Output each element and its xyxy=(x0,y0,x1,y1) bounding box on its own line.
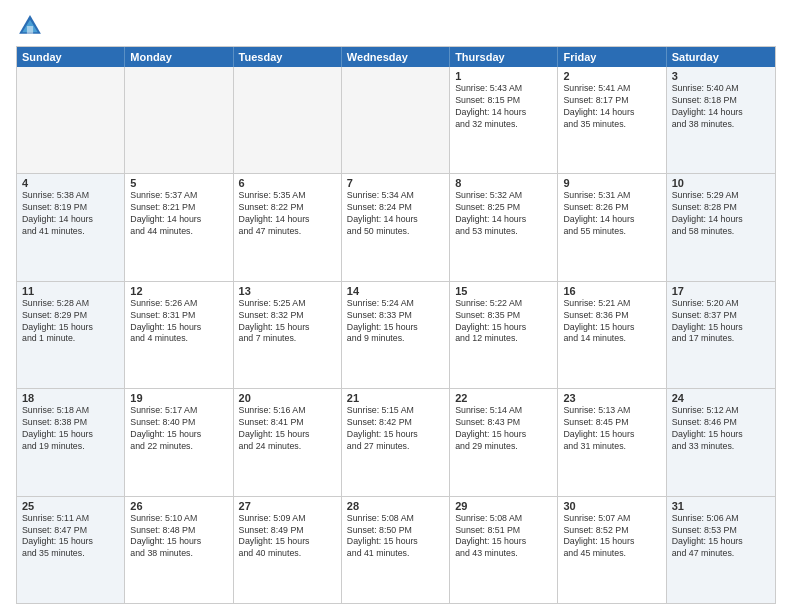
day-number: 4 xyxy=(22,177,119,189)
day-number: 12 xyxy=(130,285,227,297)
cell-text: Sunrise: 5:14 AM Sunset: 8:43 PM Dayligh… xyxy=(455,405,552,453)
cell-text: Sunrise: 5:29 AM Sunset: 8:28 PM Dayligh… xyxy=(672,190,770,238)
calendar-cell-0-4: 1Sunrise: 5:43 AM Sunset: 8:15 PM Daylig… xyxy=(450,67,558,173)
calendar-cell-2-2: 13Sunrise: 5:25 AM Sunset: 8:32 PM Dayli… xyxy=(234,282,342,388)
day-number: 18 xyxy=(22,392,119,404)
header-day-monday: Monday xyxy=(125,47,233,67)
day-number: 1 xyxy=(455,70,552,82)
cell-text: Sunrise: 5:15 AM Sunset: 8:42 PM Dayligh… xyxy=(347,405,444,453)
day-number: 13 xyxy=(239,285,336,297)
cell-text: Sunrise: 5:22 AM Sunset: 8:35 PM Dayligh… xyxy=(455,298,552,346)
day-number: 22 xyxy=(455,392,552,404)
calendar-cell-0-2 xyxy=(234,67,342,173)
header-day-saturday: Saturday xyxy=(667,47,775,67)
calendar-cell-1-3: 7Sunrise: 5:34 AM Sunset: 8:24 PM Daylig… xyxy=(342,174,450,280)
header-day-thursday: Thursday xyxy=(450,47,558,67)
cell-text: Sunrise: 5:13 AM Sunset: 8:45 PM Dayligh… xyxy=(563,405,660,453)
cell-text: Sunrise: 5:08 AM Sunset: 8:50 PM Dayligh… xyxy=(347,513,444,561)
day-number: 6 xyxy=(239,177,336,189)
calendar-header: SundayMondayTuesdayWednesdayThursdayFrid… xyxy=(17,47,775,67)
calendar-cell-2-5: 16Sunrise: 5:21 AM Sunset: 8:36 PM Dayli… xyxy=(558,282,666,388)
header-day-tuesday: Tuesday xyxy=(234,47,342,67)
calendar-cell-0-0 xyxy=(17,67,125,173)
calendar-cell-2-1: 12Sunrise: 5:26 AM Sunset: 8:31 PM Dayli… xyxy=(125,282,233,388)
day-number: 16 xyxy=(563,285,660,297)
cell-text: Sunrise: 5:09 AM Sunset: 8:49 PM Dayligh… xyxy=(239,513,336,561)
calendar-cell-3-5: 23Sunrise: 5:13 AM Sunset: 8:45 PM Dayli… xyxy=(558,389,666,495)
day-number: 5 xyxy=(130,177,227,189)
cell-text: Sunrise: 5:38 AM Sunset: 8:19 PM Dayligh… xyxy=(22,190,119,238)
calendar-cell-2-0: 11Sunrise: 5:28 AM Sunset: 8:29 PM Dayli… xyxy=(17,282,125,388)
calendar-cell-0-1 xyxy=(125,67,233,173)
cell-text: Sunrise: 5:06 AM Sunset: 8:53 PM Dayligh… xyxy=(672,513,770,561)
header-day-sunday: Sunday xyxy=(17,47,125,67)
calendar-row-1: 4Sunrise: 5:38 AM Sunset: 8:19 PM Daylig… xyxy=(17,173,775,280)
day-number: 20 xyxy=(239,392,336,404)
cell-text: Sunrise: 5:21 AM Sunset: 8:36 PM Dayligh… xyxy=(563,298,660,346)
cell-text: Sunrise: 5:40 AM Sunset: 8:18 PM Dayligh… xyxy=(672,83,770,131)
cell-text: Sunrise: 5:18 AM Sunset: 8:38 PM Dayligh… xyxy=(22,405,119,453)
calendar-cell-3-0: 18Sunrise: 5:18 AM Sunset: 8:38 PM Dayli… xyxy=(17,389,125,495)
calendar-cell-2-6: 17Sunrise: 5:20 AM Sunset: 8:37 PM Dayli… xyxy=(667,282,775,388)
cell-text: Sunrise: 5:12 AM Sunset: 8:46 PM Dayligh… xyxy=(672,405,770,453)
calendar-cell-0-3 xyxy=(342,67,450,173)
cell-text: Sunrise: 5:11 AM Sunset: 8:47 PM Dayligh… xyxy=(22,513,119,561)
calendar-cell-1-1: 5Sunrise: 5:37 AM Sunset: 8:21 PM Daylig… xyxy=(125,174,233,280)
day-number: 27 xyxy=(239,500,336,512)
day-number: 2 xyxy=(563,70,660,82)
cell-text: Sunrise: 5:34 AM Sunset: 8:24 PM Dayligh… xyxy=(347,190,444,238)
header-day-friday: Friday xyxy=(558,47,666,67)
day-number: 31 xyxy=(672,500,770,512)
calendar-row-4: 25Sunrise: 5:11 AM Sunset: 8:47 PM Dayli… xyxy=(17,496,775,603)
day-number: 10 xyxy=(672,177,770,189)
calendar-cell-4-5: 30Sunrise: 5:07 AM Sunset: 8:52 PM Dayli… xyxy=(558,497,666,603)
day-number: 21 xyxy=(347,392,444,404)
calendar-cell-1-0: 4Sunrise: 5:38 AM Sunset: 8:19 PM Daylig… xyxy=(17,174,125,280)
calendar-cell-1-4: 8Sunrise: 5:32 AM Sunset: 8:25 PM Daylig… xyxy=(450,174,558,280)
day-number: 25 xyxy=(22,500,119,512)
calendar-cell-3-1: 19Sunrise: 5:17 AM Sunset: 8:40 PM Dayli… xyxy=(125,389,233,495)
calendar-cell-2-3: 14Sunrise: 5:24 AM Sunset: 8:33 PM Dayli… xyxy=(342,282,450,388)
page: SundayMondayTuesdayWednesdayThursdayFrid… xyxy=(0,0,792,612)
cell-text: Sunrise: 5:10 AM Sunset: 8:48 PM Dayligh… xyxy=(130,513,227,561)
day-number: 8 xyxy=(455,177,552,189)
day-number: 30 xyxy=(563,500,660,512)
cell-text: Sunrise: 5:37 AM Sunset: 8:21 PM Dayligh… xyxy=(130,190,227,238)
calendar-cell-4-4: 29Sunrise: 5:08 AM Sunset: 8:51 PM Dayli… xyxy=(450,497,558,603)
calendar-cell-0-6: 3Sunrise: 5:40 AM Sunset: 8:18 PM Daylig… xyxy=(667,67,775,173)
cell-text: Sunrise: 5:08 AM Sunset: 8:51 PM Dayligh… xyxy=(455,513,552,561)
calendar-cell-4-2: 27Sunrise: 5:09 AM Sunset: 8:49 PM Dayli… xyxy=(234,497,342,603)
calendar-cell-2-4: 15Sunrise: 5:22 AM Sunset: 8:35 PM Dayli… xyxy=(450,282,558,388)
cell-text: Sunrise: 5:32 AM Sunset: 8:25 PM Dayligh… xyxy=(455,190,552,238)
cell-text: Sunrise: 5:24 AM Sunset: 8:33 PM Dayligh… xyxy=(347,298,444,346)
calendar-cell-3-2: 20Sunrise: 5:16 AM Sunset: 8:41 PM Dayli… xyxy=(234,389,342,495)
calendar-cell-1-6: 10Sunrise: 5:29 AM Sunset: 8:28 PM Dayli… xyxy=(667,174,775,280)
calendar-cell-3-4: 22Sunrise: 5:14 AM Sunset: 8:43 PM Dayli… xyxy=(450,389,558,495)
calendar-cell-1-5: 9Sunrise: 5:31 AM Sunset: 8:26 PM Daylig… xyxy=(558,174,666,280)
calendar-cell-0-5: 2Sunrise: 5:41 AM Sunset: 8:17 PM Daylig… xyxy=(558,67,666,173)
day-number: 24 xyxy=(672,392,770,404)
cell-text: Sunrise: 5:41 AM Sunset: 8:17 PM Dayligh… xyxy=(563,83,660,131)
day-number: 19 xyxy=(130,392,227,404)
day-number: 11 xyxy=(22,285,119,297)
cell-text: Sunrise: 5:20 AM Sunset: 8:37 PM Dayligh… xyxy=(672,298,770,346)
cell-text: Sunrise: 5:43 AM Sunset: 8:15 PM Dayligh… xyxy=(455,83,552,131)
day-number: 17 xyxy=(672,285,770,297)
logo xyxy=(16,12,48,40)
calendar-body: 1Sunrise: 5:43 AM Sunset: 8:15 PM Daylig… xyxy=(17,67,775,603)
calendar: SundayMondayTuesdayWednesdayThursdayFrid… xyxy=(16,46,776,604)
day-number: 3 xyxy=(672,70,770,82)
calendar-cell-3-6: 24Sunrise: 5:12 AM Sunset: 8:46 PM Dayli… xyxy=(667,389,775,495)
cell-text: Sunrise: 5:07 AM Sunset: 8:52 PM Dayligh… xyxy=(563,513,660,561)
cell-text: Sunrise: 5:25 AM Sunset: 8:32 PM Dayligh… xyxy=(239,298,336,346)
calendar-cell-4-1: 26Sunrise: 5:10 AM Sunset: 8:48 PM Dayli… xyxy=(125,497,233,603)
cell-text: Sunrise: 5:26 AM Sunset: 8:31 PM Dayligh… xyxy=(130,298,227,346)
cell-text: Sunrise: 5:35 AM Sunset: 8:22 PM Dayligh… xyxy=(239,190,336,238)
calendar-cell-3-3: 21Sunrise: 5:15 AM Sunset: 8:42 PM Dayli… xyxy=(342,389,450,495)
cell-text: Sunrise: 5:16 AM Sunset: 8:41 PM Dayligh… xyxy=(239,405,336,453)
calendar-row-3: 18Sunrise: 5:18 AM Sunset: 8:38 PM Dayli… xyxy=(17,388,775,495)
day-number: 15 xyxy=(455,285,552,297)
day-number: 29 xyxy=(455,500,552,512)
day-number: 23 xyxy=(563,392,660,404)
calendar-row-2: 11Sunrise: 5:28 AM Sunset: 8:29 PM Dayli… xyxy=(17,281,775,388)
